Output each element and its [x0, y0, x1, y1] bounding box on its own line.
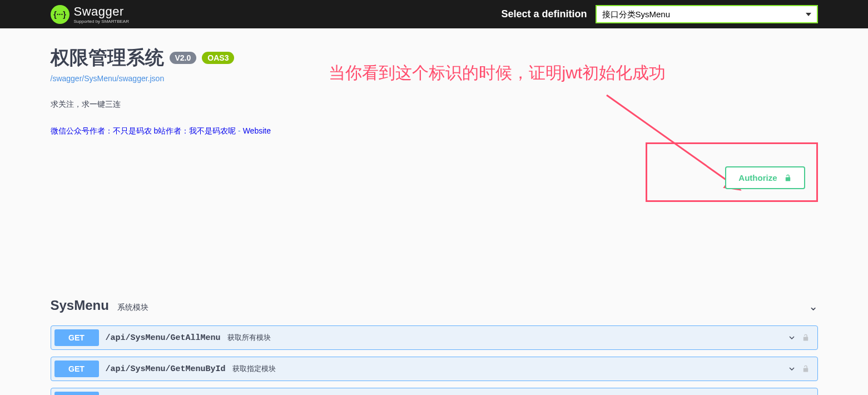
swagger-logo: {···} Swagger Supported by SMARTBEAR [51, 4, 129, 24]
chevron-down-icon [787, 364, 796, 373]
bili-link[interactable]: b站作者：我不是码农呢 [153, 126, 236, 135]
operation-summary: 获取指定模块 [232, 364, 276, 374]
version-badge: V2.0 [170, 52, 197, 64]
authorize-label: Authorize [738, 173, 777, 182]
http-method-badge: GET [54, 329, 99, 346]
http-method-badge: GET [54, 361, 99, 377]
tag-name: SysMenu [51, 298, 109, 313]
tag-header[interactable]: SysMenu 系统模块 ⌃ [51, 292, 818, 319]
operation-row[interactable]: GET/api/SysMenu/GetAllMenu获取所有模块 [51, 325, 818, 350]
operations-section: SysMenu 系统模块 ⌃ GET/api/SysMenu/GetAllMen… [51, 292, 818, 395]
authorize-button[interactable]: Authorize [725, 166, 805, 189]
tag-description: 系统模块 [117, 303, 148, 313]
http-method-badge: GET [54, 392, 99, 395]
website-link[interactable]: Website [243, 126, 271, 135]
wechat-link[interactable]: 微信公众号作者：不只是码农 [51, 126, 152, 135]
api-info: 权限管理系统 V2.0 OAS3 /swagger/SysMenu/swagge… [51, 45, 818, 136]
topbar: {···} Swagger Supported by SMARTBEAR Sel… [0, 0, 868, 28]
swagger-logo-icon: {···} [51, 5, 70, 24]
api-title: 权限管理系统 [51, 45, 164, 71]
lock-icon[interactable] [802, 364, 810, 373]
oas-badge: OAS3 [202, 52, 234, 64]
chevron-up-icon: ⌃ [809, 299, 818, 313]
logo-text: Swagger [74, 4, 129, 19]
authorize-highlight-box: Authorize [646, 142, 817, 202]
operation-row[interactable]: GET/api/SysMenu/GetMenuById获取指定模块 [51, 357, 818, 381]
operation-path: /api/SysMenu/GetAllMenu [106, 333, 221, 343]
logo-subtext: Supported by SMARTBEAR [74, 19, 129, 24]
operation-row[interactable]: GET/api/SysMenu/checkJwt验证jwt [51, 388, 818, 395]
contact-links: 微信公众号作者：不只是码农 b站作者：我不是码农呢 - Website [51, 126, 818, 136]
api-description: 求关注，求一键三连 [51, 100, 818, 110]
operation-path: /api/SysMenu/GetMenuById [106, 364, 226, 374]
unlock-icon [784, 174, 792, 182]
definition-select[interactable]: 接口分类SysMenu [596, 5, 818, 23]
annotation-text: 当你看到这个标识的时候，证明jwt初始化成功 [329, 62, 666, 85]
definition-label: Select a definition [501, 8, 587, 20]
chevron-down-icon [787, 333, 796, 342]
operation-summary: 获取所有模块 [227, 333, 271, 343]
lock-icon[interactable] [802, 333, 810, 342]
